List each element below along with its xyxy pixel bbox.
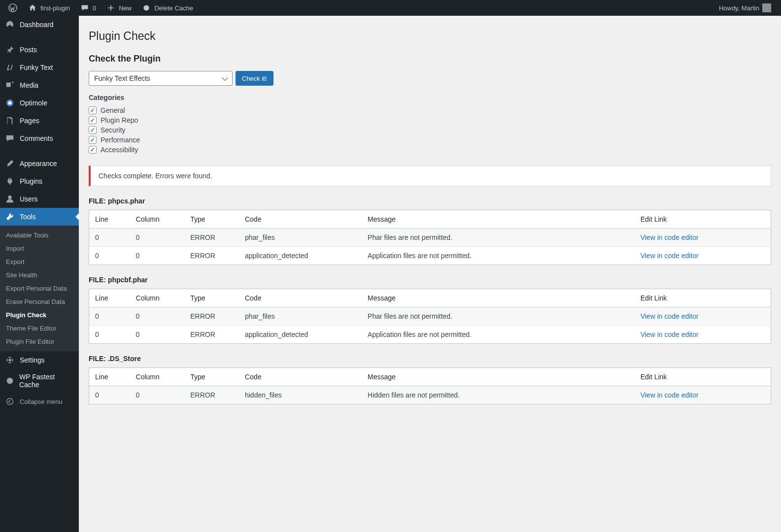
svg-point-3: [8, 101, 11, 104]
cell-editlink: View in code editor: [635, 326, 771, 344]
notice-text: Checks complete. Errors were found.: [99, 172, 212, 180]
page-content: Plugin Check Check the Plugin Funky Text…: [79, 16, 781, 532]
site-name-menu[interactable]: first-plugin: [24, 0, 74, 16]
submenu-item-plugin-file-editor[interactable]: Plugin File Editor: [0, 335, 79, 348]
submenu-item-export-personal-data[interactable]: Export Personal Data: [0, 282, 79, 295]
checkbox-accessibility[interactable]: [89, 146, 97, 154]
file-heading: FILE: phpcbf.phar: [89, 276, 771, 284]
wrench-icon: [5, 212, 15, 222]
sidebar-item-dashboard[interactable]: Dashboard: [0, 16, 79, 33]
submenu-item-erase-personal-data[interactable]: Erase Personal Data: [0, 295, 79, 308]
sidebar-item-label: Optimole: [20, 99, 47, 107]
sidebar-item-posts[interactable]: Posts: [0, 41, 79, 59]
checkbox-general[interactable]: [89, 106, 97, 114]
delete-cache-label: Delete Cache: [154, 4, 193, 12]
collapse-menu[interactable]: Collapse menu: [0, 393, 79, 410]
table-row: 00ERRORhidden_filesHidden files are not …: [89, 386, 771, 404]
th-editlink: Edit Link: [635, 289, 771, 307]
submenu-item-plugin-check[interactable]: Plugin Check: [0, 308, 79, 322]
cell-line: 0: [89, 229, 130, 247]
avatar: [762, 3, 771, 12]
svg-point-5: [8, 359, 11, 361]
view-in-editor-link[interactable]: View in code editor: [641, 252, 699, 260]
checkbox-plugin-repo[interactable]: [89, 116, 97, 124]
checkbox-security[interactable]: [89, 126, 97, 134]
sidebar-item-funky-text[interactable]: Funky Text: [0, 59, 79, 76]
sidebar-item-users[interactable]: Users: [0, 190, 79, 208]
notice-error: Checks complete. Errors were found.: [89, 166, 771, 186]
plug-icon: [5, 176, 15, 186]
sidebar-item-media[interactable]: Media: [0, 76, 79, 94]
th-line: Line: [89, 368, 130, 386]
submenu-item-available-tools[interactable]: Available Tools: [0, 229, 79, 242]
svg-point-6: [6, 378, 13, 384]
cell-line: 0: [89, 307, 130, 326]
sidebar-item-optimole[interactable]: Optimole: [0, 94, 79, 112]
new-content-menu[interactable]: New: [102, 0, 136, 16]
sidebar-item-tools[interactable]: Tools: [0, 208, 79, 226]
howdy-label: Howdy, Martin: [719, 4, 759, 12]
view-in-editor-link[interactable]: View in code editor: [641, 312, 699, 320]
cell-column: 0: [130, 229, 185, 247]
table-row: 00ERRORapplication_detectedApplication f…: [89, 326, 771, 344]
cell-column: 0: [130, 247, 185, 265]
sidebar-item-wp-fastest-cache[interactable]: WP Fastest Cache: [0, 369, 79, 393]
sidebar-item-settings[interactable]: Settings: [0, 351, 79, 369]
submenu-item-import[interactable]: Import: [0, 242, 79, 255]
table-row: 00ERRORphar_filesPhar files are not perm…: [89, 229, 771, 247]
howdy-user[interactable]: Howdy, Martin: [715, 0, 775, 16]
plugin-select-value: Funky Text Effects: [94, 74, 150, 82]
collapse-icon: [5, 397, 15, 406]
site-name-label: first-plugin: [40, 4, 70, 12]
plus-icon: [106, 3, 116, 13]
th-code: Code: [239, 289, 362, 307]
view-in-editor-link[interactable]: View in code editor: [641, 331, 699, 338]
admin-sidebar: DashboardPostsFunky TextMediaOptimolePag…: [0, 16, 79, 532]
checkbox-performance[interactable]: [89, 136, 97, 144]
checkbox-label: Accessibility: [101, 146, 138, 154]
cell-column: 0: [130, 386, 185, 404]
sidebar-item-plugins[interactable]: Plugins: [0, 172, 79, 190]
submenu-item-site-health[interactable]: Site Health: [0, 268, 79, 282]
sidebar-item-label: Funky Text: [20, 64, 53, 71]
sidebar-item-label: Comments: [20, 134, 53, 142]
submenu-item-theme-file-editor[interactable]: Theme File Editor: [0, 322, 79, 335]
sidebar-item-label: Tools: [20, 213, 36, 221]
cell-message: Phar files are not permitted.: [362, 229, 635, 247]
admin-bar: first-plugin 0 New Delete Cache Howdy, M…: [0, 0, 781, 16]
funky-icon: [5, 63, 15, 72]
cheetah-icon: [141, 3, 151, 13]
cell-line: 0: [89, 386, 130, 404]
sidebar-item-label: Plugins: [20, 177, 42, 185]
sidebar-item-pages[interactable]: Pages: [0, 112, 79, 130]
th-column: Column: [130, 368, 185, 386]
th-line: Line: [89, 289, 130, 307]
check-it-button[interactable]: Check it!: [236, 71, 273, 86]
delete-cache-menu[interactable]: Delete Cache: [137, 0, 197, 16]
cell-code: application_detected: [239, 247, 362, 265]
cell-editlink: View in code editor: [635, 307, 771, 326]
user-icon: [5, 194, 15, 204]
wp-logo-menu[interactable]: [4, 0, 22, 16]
cell-editlink: View in code editor: [635, 247, 771, 265]
view-in-editor-link[interactable]: View in code editor: [641, 391, 699, 399]
cell-message: Phar files are not permitted.: [362, 307, 635, 326]
cell-editlink: View in code editor: [635, 386, 771, 404]
comments-menu[interactable]: 0: [76, 0, 100, 16]
submenu-item-export[interactable]: Export: [0, 255, 79, 268]
brush-icon: [5, 159, 15, 168]
cell-column: 0: [130, 307, 185, 326]
sidebar-item-appearance[interactable]: Appearance: [0, 155, 79, 172]
comment-icon: [80, 3, 90, 13]
svg-point-7: [7, 399, 13, 405]
cell-line: 0: [89, 326, 130, 344]
cell-type: ERROR: [184, 229, 239, 247]
th-code: Code: [239, 210, 362, 229]
sidebar-item-label: Dashboard: [20, 21, 54, 29]
view-in-editor-link[interactable]: View in code editor: [641, 233, 699, 241]
cell-column: 0: [130, 326, 185, 344]
sidebar-item-label: Media: [20, 81, 38, 89]
plugin-select[interactable]: Funky Text Effects: [89, 71, 233, 86]
sidebar-item-comments[interactable]: Comments: [0, 130, 79, 147]
cell-message: Application files are not permitted.: [362, 326, 635, 344]
